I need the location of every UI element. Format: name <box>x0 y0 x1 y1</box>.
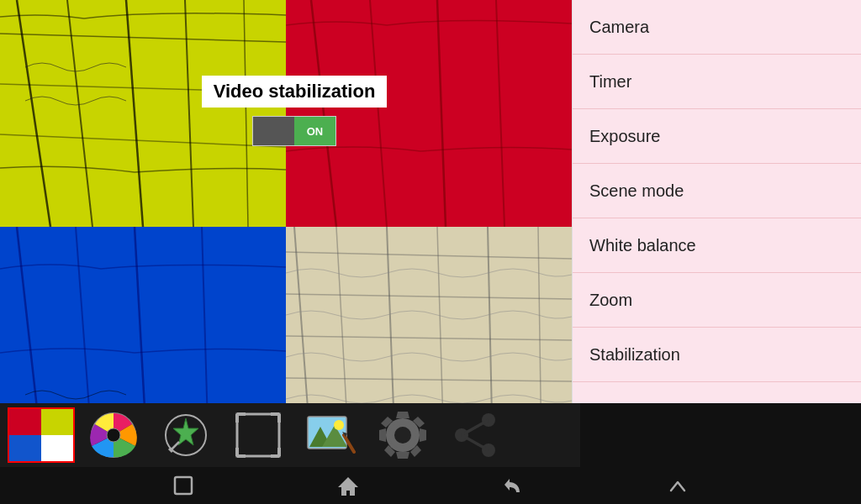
svg-line-23 <box>286 294 572 299</box>
svg-point-44 <box>334 420 344 430</box>
toolbar-gear-button[interactable] <box>368 407 437 464</box>
settings-item-camera[interactable]: Camera <box>573 0 861 55</box>
toolbar-frame-button[interactable] <box>224 407 293 464</box>
color-thumb-bl <box>9 435 41 461</box>
share-icon <box>450 410 500 460</box>
color-thumb-tl <box>9 409 41 435</box>
settings-item-exposure[interactable]: Exposure <box>573 109 861 164</box>
toggle-off-segment <box>253 116 294 146</box>
nav-recent-apps-button[interactable] <box>168 470 198 501</box>
bottom-toolbar <box>0 403 580 467</box>
nav-bar <box>0 467 861 504</box>
svg-point-27 <box>107 428 120 442</box>
overflow-icon <box>666 474 689 497</box>
svg-marker-29 <box>173 418 198 445</box>
video-stabilization-overlay: Video stabilization ON <box>151 76 437 146</box>
svg-point-50 <box>394 427 411 444</box>
nav-back-button[interactable] <box>498 470 528 501</box>
settings-item-stabilization[interactable]: Stabilization <box>573 328 861 382</box>
svg-line-5 <box>0 34 286 42</box>
svg-line-2 <box>126 0 143 227</box>
camera-view: Video stabilization ON <box>0 0 572 454</box>
settings-item-white-balance[interactable]: White balance <box>573 218 861 273</box>
home-icon <box>336 474 360 497</box>
nav-home-button[interactable] <box>333 470 363 501</box>
svg-line-25 <box>286 378 572 381</box>
toolbar-aperture-button[interactable] <box>79 407 148 464</box>
right-bottom-bar <box>580 403 861 467</box>
gear-icon <box>378 410 428 460</box>
paint-icon <box>305 410 356 460</box>
svg-line-55 <box>462 435 489 450</box>
video-stabilization-label: Video stabilization <box>202 76 388 108</box>
svg-marker-57 <box>338 477 358 496</box>
settings-panel: Camera Timer Exposure Scene mode White b… <box>572 0 861 454</box>
svg-line-10 <box>437 0 446 227</box>
svg-line-1 <box>67 0 92 227</box>
toggle-on-segment: ON <box>294 116 335 146</box>
settings-item-scene-mode[interactable]: Scene mode <box>573 164 861 218</box>
aperture-icon <box>88 410 139 460</box>
toggle-switch[interactable]: ON <box>252 116 336 146</box>
toolbar-star-wand-button[interactable] <box>151 407 220 464</box>
toolbar-color-thumbnail[interactable] <box>7 407 76 464</box>
settings-item-timer[interactable]: Timer <box>573 55 861 109</box>
color-thumb-br <box>41 435 73 461</box>
svg-line-11 <box>496 0 504 227</box>
frame-icon <box>233 410 283 460</box>
settings-item-zoom[interactable]: Zoom <box>573 273 861 328</box>
toolbar-paint-button[interactable] <box>296 407 365 464</box>
toolbar-share-button[interactable] <box>441 407 510 464</box>
recent-apps-icon <box>172 474 195 497</box>
svg-rect-56 <box>175 477 192 494</box>
svg-line-0 <box>17 0 50 227</box>
back-icon <box>501 474 525 497</box>
svg-rect-32 <box>237 414 279 456</box>
color-thumb-tr <box>41 409 73 435</box>
svg-line-24 <box>286 336 572 340</box>
svg-line-54 <box>462 420 489 435</box>
svg-line-22 <box>286 252 572 259</box>
star-wand-icon <box>161 410 211 460</box>
nav-overflow-button[interactable] <box>663 470 693 501</box>
